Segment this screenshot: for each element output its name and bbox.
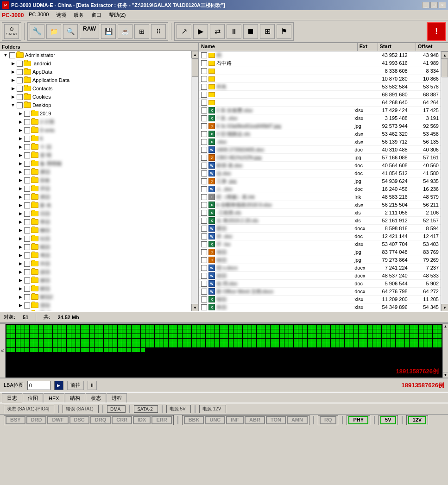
tree-item-b6[interactable]: ▶ 备 用明细 (0, 159, 191, 168)
file-checkbox[interactable] (201, 170, 207, 176)
file-row[interactable]: W 委旧 docx 8 598 816 8 594 (199, 225, 441, 233)
expand-cookies[interactable]: ▶ (9, 94, 17, 99)
tree-item-b5[interactable]: ▶ 变 明 (0, 151, 191, 159)
file-checkbox[interactable] (201, 289, 207, 295)
tree-item-b13[interactable]: ▶ 李旧 (0, 218, 191, 226)
tree-item-b8[interactable]: ▶ 应收 (0, 176, 191, 184)
tree-item-appdata[interactable]: ▶ AppData (0, 68, 191, 76)
settings-button[interactable]: 🔧 (30, 24, 44, 39)
lba-pause-btn[interactable]: II (88, 381, 97, 390)
tree-item-b3[interactable]: ▶ K (0, 134, 191, 143)
scroll-down-arrow[interactable]: ▼ (191, 304, 198, 311)
stop-button[interactable]: ⏹ (243, 24, 258, 39)
file-checkbox[interactable] (201, 202, 207, 208)
pause-button[interactable]: ⏸ (227, 24, 241, 39)
menu-service[interactable]: 服务 (70, 11, 88, 19)
file-row[interactable]: J CBO IIE(%(XZN.jpg jpg 57 166 088 57 16… (199, 154, 441, 162)
menu-help[interactable]: 帮助(Z) (105, 11, 129, 19)
tree-item-b7[interactable]: ▶ 屏旧 (0, 168, 191, 176)
file-row[interactable]: X 开 .lsx xlsx 53 407 704 53 403 (199, 240, 441, 248)
ind-btn-abr[interactable]: ABR (245, 416, 265, 424)
file-row[interactable]: J 张旧 jpg 83 774 048 83 769 (199, 248, 441, 256)
tree-item-b11[interactable]: ▶ 新 夹 (0, 201, 191, 209)
file-row[interactable]: J 8 3c 63a0fee81ea949bf7.jpg jpg 92 573 … (199, 122, 441, 130)
file-row[interactable]: X -工程类.xls xls 2 111 056 2 106 (199, 209, 441, 217)
tab-hex[interactable]: HEX (44, 393, 64, 403)
file-checkbox[interactable] (201, 304, 207, 310)
tab-status[interactable]: 状态 (86, 393, 106, 403)
file-row[interactable]: L 经（维修）表.lnk lnk 48 583 216 48 579 (199, 193, 441, 201)
file-checkbox[interactable] (201, 265, 207, 271)
tab-log[interactable]: 日志 (2, 393, 22, 403)
file-row[interactable]: W 挂旧 docx 48 537 240 48 533 (199, 272, 441, 280)
file-row[interactable]: W 人 .doc doc 16 240 456 16 236 (199, 185, 441, 193)
file-checkbox[interactable] (201, 178, 207, 184)
file-row[interactable]: W 招 s.docx docx 7 241 224 7 237 (199, 264, 441, 272)
files-scrollbar[interactable]: ▲ ▼ (441, 51, 448, 311)
file-checkbox[interactable] (201, 100, 207, 106)
file-checkbox[interactable] (201, 60, 207, 66)
file-checkbox[interactable] (201, 273, 207, 279)
tab-structure[interactable]: 结构 (65, 393, 85, 403)
ind-btn-rq[interactable]: RQ (320, 416, 337, 424)
files-scroll-thumb[interactable] (442, 59, 448, 77)
file-checkbox[interactable] (201, 84, 207, 90)
scroll-track[interactable] (191, 58, 198, 304)
file-checkbox[interactable] (201, 186, 207, 192)
tree-item-android[interactable]: ▶ .android (0, 59, 191, 68)
raw-button[interactable]: RAW (80, 24, 99, 39)
file-checkbox[interactable] (201, 131, 207, 137)
file-row[interactable]: 同 43 952 112 43 948 (199, 51, 441, 59)
file-row[interactable]: X 太 单2019.2.20.xls xls 52 161 912 52 157 (199, 217, 441, 225)
file-row[interactable]: X 智旧 xlsx 11 209 200 11 205 (199, 296, 441, 303)
cb-b1[interactable] (24, 119, 30, 125)
col-start[interactable]: Start (378, 43, 416, 51)
file-row[interactable]: W 达.doc doc 41 854 512 41 580 (199, 170, 441, 177)
minimize-button[interactable]: _ (422, 2, 429, 8)
export-button[interactable]: ↗ (177, 24, 191, 39)
file-checkbox[interactable] (201, 68, 207, 74)
disk-button[interactable]: 💾 (101, 24, 116, 39)
ind-btn-err[interactable]: ERR (151, 416, 171, 424)
file-row[interactable]: X 朱旧 xlsx 54 349 896 54 345 (199, 303, 441, 311)
search-button[interactable]: 🔍 (63, 24, 78, 39)
checkbox-administrator[interactable] (9, 52, 15, 58)
scroll-up-arrow[interactable]: ▲ (191, 51, 198, 58)
file-row[interactable]: X .xlsx xlsx 56 139 712 56 135 (199, 138, 441, 146)
tree-item-b4[interactable]: ▶ 十 旧 (0, 143, 191, 151)
checkbox-application-data[interactable] (17, 77, 23, 83)
scroll-thumb[interactable] (192, 58, 198, 77)
ind-btn-bbk[interactable]: BBK (184, 416, 204, 424)
tree-item-b12[interactable]: ▶ 日旧 (0, 209, 191, 218)
tree-item-cookies[interactable]: ▶ Cookies (0, 93, 191, 101)
checkbox-android[interactable] (17, 61, 23, 67)
file-checkbox[interactable] (201, 147, 207, 153)
lba-input[interactable] (27, 381, 50, 390)
file-row[interactable]: 64 268 640 64 264 (199, 99, 441, 107)
tree-item-b21[interactable]: ▶ 财旧 (0, 284, 191, 293)
file-row[interactable]: X 2 东 伙食费.xlsx xlsx 17 429 424 17 425 (199, 107, 441, 114)
dots-button[interactable]: ⠿ (151, 24, 166, 39)
file-checkbox[interactable] (201, 281, 207, 287)
file-row[interactable]: 10 870 280 10 866 (199, 75, 441, 83)
tree-item-b22[interactable]: ▶ 财旧2 (0, 293, 191, 301)
ind-btn-ton[interactable]: TON (266, 416, 286, 424)
tree-item-b23[interactable]: ▶ 贷旧 (0, 301, 191, 309)
tree-item-b20[interactable]: ▶ 谢旧 (0, 276, 191, 284)
tree-item-b14[interactable]: ▶ 柳旧 (0, 226, 191, 234)
ind-btn-idx[interactable]: IDX (133, 416, 151, 424)
file-checkbox[interactable] (201, 123, 207, 129)
close-button[interactable]: × (439, 2, 446, 8)
ind-btn-12v[interactable]: 12V (408, 416, 427, 424)
file-checkbox[interactable] (201, 155, 207, 161)
ind-btn-drd[interactable]: DRD (26, 416, 47, 424)
tree-item-application-data[interactable]: ▶ Application Data (0, 76, 191, 84)
folders-scrollbar[interactable]: ▲ ▼ (191, 51, 198, 311)
ind-btn-phy[interactable]: PHY (348, 416, 368, 424)
tab-progress[interactable]: 进程 (107, 393, 127, 403)
expand-contacts[interactable]: ▶ (9, 86, 17, 91)
file-checkbox[interactable] (201, 210, 207, 216)
lba-forward-btn[interactable]: 前往 (67, 381, 84, 390)
tree-item-b1[interactable]: ▶ 2 计用 (0, 118, 191, 126)
ind-btn-5v[interactable]: 5V (380, 416, 396, 424)
